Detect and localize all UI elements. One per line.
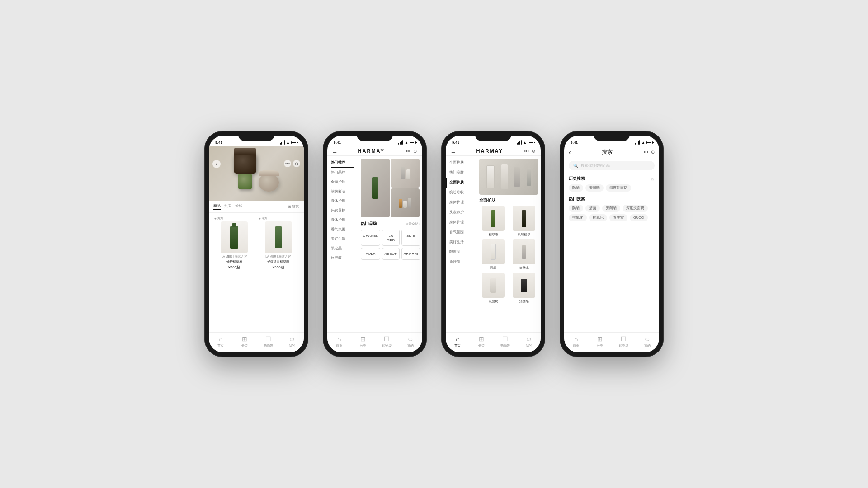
- prod3-name-6: 洁面皂: [519, 299, 529, 304]
- nav-profile-3[interactable]: ☺ 我的: [517, 335, 541, 348]
- product-item-1[interactable]: ✈ 海淘 LA MER | 海蓝之迷 修护精草液 ¥900起: [212, 215, 256, 330]
- nav-profile-2[interactable]: ☺ 我的: [399, 335, 423, 348]
- nav-cart-1[interactable]: ☐ 购物袋: [256, 335, 280, 348]
- prod3-3[interactable]: 面霜: [479, 239, 507, 270]
- sidebar3-item-8[interactable]: 美好生活: [446, 237, 476, 247]
- scan-icon-4[interactable]: ⊙: [651, 150, 655, 155]
- back-button-4[interactable]: ‹: [569, 149, 571, 156]
- product-image-1: [221, 221, 248, 253]
- battery-2: [410, 141, 416, 144]
- back-button-1[interactable]: ‹: [212, 160, 221, 168]
- sidebar-item-hair[interactable]: 头发养护: [327, 206, 358, 215]
- sidebar3-item-4[interactable]: 身体护理: [446, 197, 476, 207]
- search-bar-4[interactable]: 🔍 搜索你想要的产品: [569, 161, 655, 170]
- sidebar3-item-2[interactable]: 全面护肤: [446, 178, 476, 188]
- sidebar-item-brands[interactable]: 热门品牌: [327, 168, 358, 177]
- more-icon-3[interactable]: •••: [524, 149, 529, 154]
- camera-icon-1[interactable]: ⊙: [293, 160, 300, 167]
- sidebar-item-makeup[interactable]: 缤纷彩妆: [327, 187, 358, 196]
- header-icons-2: ••• ⊙: [406, 149, 417, 154]
- bottom-nav-3: ⌂ 首页 ⊞ 分类 ☐ 购物袋 ☺ 我的: [446, 332, 541, 352]
- notch-2: [357, 131, 393, 141]
- history-tag-1[interactable]: 安耐晒: [585, 184, 604, 192]
- sidebar-item-life[interactable]: 美好生活: [327, 234, 358, 244]
- nav-cart-4[interactable]: ☐ 购物袋: [612, 335, 636, 348]
- sidebar-item-limited[interactable]: 限定品: [327, 244, 358, 253]
- prod3-1[interactable]: 精华液: [479, 206, 507, 237]
- tab-new[interactable]: 新品: [213, 203, 221, 210]
- prod3-5[interactable]: 洗面奶: [479, 273, 507, 304]
- sidebar3-item-5[interactable]: 头发养护: [446, 207, 476, 217]
- nav-cart-2[interactable]: ☐ 购物袋: [375, 335, 399, 348]
- nav-cart-3[interactable]: ☐ 购物袋: [493, 335, 517, 348]
- nav-category-1[interactable]: ⊞ 分类: [233, 335, 257, 348]
- brand-card-lamer[interactable]: LA MER: [382, 230, 399, 246]
- screen-2: 9:41 ▲ ☰ HARMAY •••: [327, 136, 422, 352]
- prod3-6[interactable]: 洁面皂: [510, 273, 538, 304]
- menu-icon-2[interactable]: ☰: [333, 149, 337, 154]
- sidebar-item-body[interactable]: 身体护理: [327, 196, 358, 206]
- sidebar3-item-6[interactable]: 身体护理: [446, 217, 476, 227]
- sidebar3-item-3[interactable]: 缤纷彩妆: [446, 188, 476, 197]
- brand-card-pola[interactable]: POLA: [361, 248, 380, 260]
- nav-profile-4[interactable]: ☺ 我的: [636, 335, 660, 348]
- sidebar-item-skincare[interactable]: 全面护肤: [327, 177, 358, 187]
- hero-sub-image-1[interactable]: [391, 159, 420, 188]
- hot-tag-7[interactable]: GUCCI: [630, 214, 648, 221]
- more-icon-1[interactable]: •••: [284, 160, 291, 167]
- prod3-2[interactable]: 肌底精华: [510, 206, 538, 237]
- prod3-4[interactable]: 爽肤水: [510, 239, 538, 270]
- nav-home-1[interactable]: ⌂ 首页: [209, 335, 233, 348]
- product-item-2[interactable]: ✈ 海淘 LA MER | 海蓝之迷 光蕴焕白精华露 ¥900起: [257, 215, 301, 330]
- nav-category-3[interactable]: ⊞ 分类: [470, 335, 494, 348]
- menu-icon-3[interactable]: ☰: [451, 149, 455, 154]
- hot-tag-6[interactable]: 养生堂: [609, 214, 627, 221]
- brand-card-aesop[interactable]: AESOP: [382, 248, 399, 260]
- tab-price[interactable]: 价格: [235, 203, 242, 210]
- scan-icon-3[interactable]: ⊙: [532, 149, 535, 154]
- sidebar-item-scent[interactable]: 香气氛围: [327, 225, 358, 234]
- hot-tag-2[interactable]: 安耐晒: [602, 205, 620, 212]
- clear-history-icon[interactable]: ⊠: [651, 177, 655, 181]
- hero-main-image[interactable]: [361, 159, 390, 217]
- nav-home-4[interactable]: ⌂ 首页: [564, 335, 588, 348]
- hot-tag-0[interactable]: 防晒: [569, 205, 583, 212]
- nav-category-4[interactable]: ⊞ 分类: [588, 335, 612, 348]
- wifi-1: ▲: [286, 141, 290, 145]
- sidebar3-item-10[interactable]: 旅行装: [446, 257, 476, 267]
- header-icons-3: ••• ⊙: [524, 149, 535, 154]
- sidebar-item-recommended[interactable]: 热门推荐: [331, 158, 354, 168]
- nav-home-2[interactable]: ⌂ 首页: [327, 335, 351, 348]
- see-all-button[interactable]: 查看全部 ›: [406, 222, 420, 226]
- sidebar3-item-7[interactable]: 香气氛围: [446, 227, 476, 237]
- phone-4: 9:41 ▲ ‹ 搜索 ••• ⊙: [560, 131, 664, 357]
- sidebar3-item-0[interactable]: 全面护肤: [446, 158, 476, 168]
- sidebar3-item-1[interactable]: 热门品牌: [446, 168, 476, 178]
- filter-button[interactable]: ⊞ 筛选: [288, 203, 299, 210]
- brand-card-chanel[interactable]: CHANEL: [361, 230, 380, 246]
- jar-green: [238, 174, 252, 189]
- header-2: ☰ HARMAY ••• ⊙: [327, 146, 422, 156]
- hot-tag-4[interactable]: 抗氧化: [569, 214, 587, 221]
- scan-icon-2[interactable]: ⊙: [413, 149, 417, 154]
- content-4: 历史搜索 ⊠ 防晒 安耐晒 深度洗面奶 热门搜索 防晒 洁面 安耐晒 深度洗面奶: [564, 173, 659, 332]
- nav-home-3[interactable]: ⌂ 首页: [446, 335, 470, 348]
- hot-tag-1[interactable]: 洁面: [585, 205, 600, 212]
- hot-tag-5[interactable]: 抗氧化: [589, 214, 607, 221]
- sidebar-2: 热门推荐 热门品牌 全面护肤 缤纷彩妆 身体护理 头发养护 身体护理 香气氛围 …: [327, 156, 358, 332]
- sidebar-item-travel[interactable]: 旅行装: [327, 253, 358, 263]
- tab-hot[interactable]: 热卖: [224, 203, 231, 210]
- brand-card-armani[interactable]: ARMANI: [401, 248, 420, 260]
- sidebar3-item-9[interactable]: 限定品: [446, 247, 476, 257]
- screen-3: 9:41 ▲ ☰ HARMAY •••: [446, 136, 541, 352]
- nav-category-2[interactable]: ⊞ 分类: [351, 335, 375, 348]
- hero-sub-image-2[interactable]: [391, 188, 420, 217]
- more-icon-2[interactable]: •••: [406, 149, 410, 154]
- history-tag-2[interactable]: 深度洗面奶: [606, 184, 631, 192]
- sidebar-item-body2[interactable]: 身体护理: [327, 215, 358, 225]
- hot-tag-3[interactable]: 深度洗面奶: [623, 205, 648, 212]
- nav-profile-1[interactable]: ☺ 我的: [280, 335, 304, 348]
- more-icon-4[interactable]: •••: [643, 150, 648, 155]
- history-tag-0[interactable]: 防晒: [569, 184, 583, 192]
- brand-card-skii[interactable]: SK-II: [401, 230, 420, 246]
